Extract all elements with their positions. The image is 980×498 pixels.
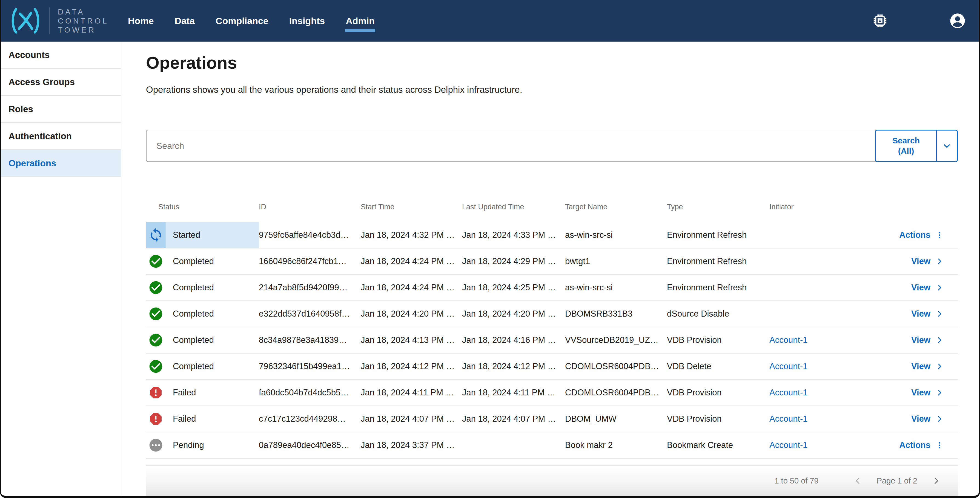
id-cell: fa60dc504b7d4dc5b5… xyxy=(259,388,361,398)
kebab-menu-icon[interactable] xyxy=(935,231,943,239)
initiator-link[interactable]: Account-1 xyxy=(769,388,872,398)
col-header-type: Type xyxy=(667,203,769,211)
search-scope-dropdown[interactable] xyxy=(937,130,957,161)
actions-cell: View xyxy=(872,414,958,424)
chevron-left-icon xyxy=(853,476,862,485)
id-cell: 9759fc6affe84e4cb3d… xyxy=(259,230,361,240)
col-header-last-updated: Last Updated Time xyxy=(462,203,565,211)
status-label: Completed xyxy=(173,362,214,371)
status-label: Failed xyxy=(173,388,196,398)
table-row[interactable]: Completed e322dd537d1640958f… Jan 18, 20… xyxy=(146,301,958,327)
chevron-right-icon[interactable] xyxy=(935,257,943,265)
next-page-button[interactable] xyxy=(932,476,941,485)
check-circle-icon xyxy=(146,301,166,327)
chevron-right-icon[interactable] xyxy=(935,336,943,344)
table-row[interactable]: Started 9759fc6affe84e4cb3d… Jan 18, 202… xyxy=(146,222,958,249)
view-button[interactable]: View xyxy=(911,414,931,424)
col-header-initiator: Initiator xyxy=(769,203,872,211)
last-updated-cell: Jan 18, 2024 4:20 PM … xyxy=(462,309,565,319)
initiator-link[interactable]: Account-1 xyxy=(769,414,872,424)
nav-item-data[interactable]: Data xyxy=(175,11,195,31)
col-header-target-name: Target Name xyxy=(565,203,667,211)
start-time-cell: Jan 18, 2024 4:32 PM … xyxy=(361,230,462,240)
target-name-cell: CDOMLOSR6004PDB… xyxy=(565,388,667,398)
status-cell: Pending xyxy=(146,432,259,458)
type-cell: VDB Provision xyxy=(667,388,769,398)
nav-item-insights[interactable]: Insights xyxy=(289,11,325,31)
check-circle-icon xyxy=(146,354,166,379)
account-circle-icon[interactable] xyxy=(949,12,966,30)
table-row[interactable]: Completed 8c34a9878e3a41839… Jan 18, 202… xyxy=(146,327,958,354)
chevron-right-icon xyxy=(932,476,941,485)
chevron-right-icon[interactable] xyxy=(935,284,943,292)
chevron-right-icon[interactable] xyxy=(935,389,943,397)
view-button[interactable]: View xyxy=(911,283,931,292)
initiator-link[interactable]: Account-1 xyxy=(769,335,872,345)
topbar-right xyxy=(872,12,979,30)
view-button[interactable]: View xyxy=(911,388,931,398)
nav-item-admin[interactable]: Admin xyxy=(346,11,375,31)
chevron-right-icon[interactable] xyxy=(935,310,943,318)
nav-item-compliance[interactable]: Compliance xyxy=(216,11,269,31)
table-row[interactable]: Failed fa60dc504b7d4dc5b5… Jan 18, 2024 … xyxy=(146,380,958,406)
api-chip-icon[interactable] xyxy=(872,13,888,29)
nav-item-home[interactable]: Home xyxy=(128,11,154,31)
initiator-link[interactable]: Account-1 xyxy=(769,440,872,450)
type-cell: Environment Refresh xyxy=(667,283,769,292)
view-button[interactable]: View xyxy=(911,362,931,371)
status-label: Pending xyxy=(173,440,204,450)
view-button[interactable]: View xyxy=(911,335,931,345)
table-row[interactable]: Completed 79632346f15b499ea1… Jan 18, 20… xyxy=(146,354,958,380)
sidebar-item-accounts[interactable]: Accounts xyxy=(1,41,121,69)
actions-button[interactable]: Actions xyxy=(899,440,931,450)
brand-divider xyxy=(49,7,49,34)
actions-cell: Actions xyxy=(872,440,958,450)
actions-button[interactable]: Actions xyxy=(899,230,931,240)
status-label: Completed xyxy=(173,309,214,319)
table-header-row: Status ID Start Time Last Updated Time T… xyxy=(146,192,958,222)
table-row[interactable]: Failed c7c17c123cd449298… Jan 18, 2024 4… xyxy=(146,406,958,432)
kebab-menu-icon[interactable] xyxy=(935,441,943,449)
table-row[interactable]: Completed 1660496c86f247fcb1… Jan 18, 20… xyxy=(146,249,958,275)
status-cell: Completed xyxy=(146,301,259,327)
dct-logo-icon[interactable] xyxy=(9,7,42,35)
id-cell: 0a789ea40dec4f0e85… xyxy=(259,440,361,450)
error-octagon-icon xyxy=(146,406,166,432)
col-header-start-time: Start Time xyxy=(361,203,462,211)
brand-line-1: DATA xyxy=(58,7,109,16)
sidebar-item-authentication[interactable]: Authentication xyxy=(1,123,121,150)
page-indicator: Page 1 of 2 xyxy=(877,476,917,485)
brand-line-3: TOWER xyxy=(58,25,109,35)
last-updated-cell: Jan 18, 2024 4:16 PM … xyxy=(462,335,565,345)
previous-page-button[interactable] xyxy=(853,476,862,485)
chevron-right-icon[interactable] xyxy=(935,362,943,371)
sidebar-item-roles[interactable]: Roles xyxy=(1,96,121,123)
brand-line-2: CONTROL xyxy=(58,16,109,25)
search-input[interactable] xyxy=(146,130,876,162)
view-button[interactable]: View xyxy=(911,309,931,319)
actions-cell: View xyxy=(872,388,958,398)
operations-table: Status ID Start Time Last Updated Time T… xyxy=(146,192,958,466)
status-cell: Completed xyxy=(146,275,259,300)
last-updated-cell: Jan 18, 2024 4:25 PM … xyxy=(462,283,565,292)
status-label: Failed xyxy=(173,414,196,424)
target-name-cell: as-win-src-si xyxy=(565,283,667,292)
type-cell: VDB Provision xyxy=(667,335,769,345)
search-all-button[interactable]: Search (All) xyxy=(875,130,958,162)
main-nav: Home Data Compliance Insights Admin xyxy=(128,11,375,31)
col-header-id: ID xyxy=(259,203,361,211)
chevron-right-icon[interactable] xyxy=(935,415,943,423)
type-cell: Environment Refresh xyxy=(667,256,769,266)
table-row[interactable]: Completed 214a7ab8f5d9420f99… Jan 18, 20… xyxy=(146,275,958,301)
start-time-cell: Jan 18, 2024 4:07 PM … xyxy=(361,414,462,424)
search-all-button-label[interactable]: Search (All) xyxy=(876,130,936,161)
type-cell: VDB Delete xyxy=(667,362,769,371)
sidebar-item-access-groups[interactable]: Access Groups xyxy=(1,69,121,96)
table-row[interactable]: Pending 0a789ea40dec4f0e85… Jan 18, 2024… xyxy=(146,432,958,458)
type-cell: VDB Provision xyxy=(667,414,769,424)
type-cell: dSource Disable xyxy=(667,309,769,319)
view-button[interactable]: View xyxy=(911,256,931,266)
sidebar-item-operations[interactable]: Operations xyxy=(1,150,121,177)
status-cell: Completed xyxy=(146,354,259,379)
initiator-link[interactable]: Account-1 xyxy=(769,362,872,371)
